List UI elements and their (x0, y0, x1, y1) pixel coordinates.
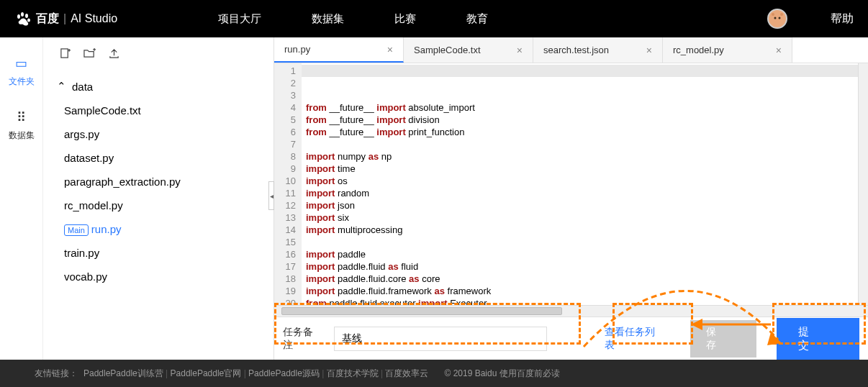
upload-icon[interactable] (109, 48, 119, 61)
submit-button[interactable]: 提 交 (777, 318, 859, 360)
help-link[interactable]: 帮助 (831, 12, 854, 27)
user-avatar[interactable] (767, 9, 787, 29)
vertical-scrollbar[interactable] (858, 63, 868, 305)
code-body[interactable]: from __future__ import absolute_import f… (302, 63, 858, 305)
close-icon[interactable]: × (776, 45, 782, 56)
footer-copyright: © 2019 Baidu 使用百度前必读 (444, 368, 559, 380)
logo[interactable]: 百度 | AI Studio (14, 10, 117, 27)
close-icon[interactable]: × (387, 44, 393, 55)
footer-prefix: 友情链接： (35, 368, 78, 380)
scrollbar-thumb[interactable] (281, 307, 562, 315)
brand-text-2: AI Studio (71, 12, 117, 25)
close-icon[interactable]: × (646, 45, 652, 56)
svg-point-7 (772, 13, 774, 16)
tab-run.py[interactable]: run.py× (274, 37, 404, 63)
grid-icon: ⠿ (0, 109, 42, 125)
svg-point-0 (17, 14, 20, 19)
horizontal-scrollbar[interactable] (274, 305, 868, 317)
footer-link[interactable]: 百度技术学院 (327, 368, 379, 378)
svg-rect-9 (61, 49, 68, 58)
svg-point-8 (780, 13, 783, 16)
file-actions (54, 48, 263, 61)
rail-datasets[interactable]: ⠿ 数据集 (0, 109, 42, 142)
footer: 友情链接： PaddlePaddle训练营 | PaddlePaddle官网 |… (0, 360, 868, 387)
footer-link[interactable]: 百度效率云 (385, 368, 428, 378)
nav-datasets[interactable]: 数据集 (312, 12, 344, 26)
nav-competition[interactable]: 比赛 (394, 12, 416, 26)
brand-text-1: 百度 (36, 12, 59, 27)
top-header: 百度 | AI Studio 项目大厅 数据集 比赛 教育 帮助 (0, 0, 868, 37)
code-editor[interactable]: 1 2 3 4 5 6 7 8 9 10 11 12 13 14 15 16 1… (274, 63, 868, 305)
svg-point-1 (21, 12, 24, 17)
file-tree: ⌃ data SampleCode.txtargs.pydataset.pypa… (54, 74, 263, 288)
footer-link[interactable]: PaddlePaddle源码 (248, 368, 320, 378)
editor-tabs: run.py×SampleCode.txt×search.test.json×r… (274, 37, 868, 63)
avatar-icon (770, 12, 785, 26)
bottom-bar: 任务备注 查看任务列表 保 存 提 交 (274, 317, 868, 360)
svg-point-5 (774, 17, 777, 19)
file-item[interactable]: SampleCode.txt (54, 99, 263, 122)
file-item[interactable]: train.py (54, 241, 263, 265)
new-folder-icon[interactable] (83, 48, 96, 61)
close-icon[interactable]: × (517, 45, 523, 56)
footer-link[interactable]: PaddlePaddle训练营 (83, 368, 163, 378)
footer-link[interactable]: PaddlePaddle官网 (171, 368, 242, 378)
file-item[interactable]: rc_model.py (54, 194, 263, 217)
line-gutter: 1 2 3 4 5 6 7 8 9 10 11 12 13 14 15 16 1… (274, 63, 302, 305)
file-panel: ⌃ data SampleCode.txtargs.pydataset.pypa… (43, 37, 273, 360)
new-file-icon[interactable] (60, 48, 71, 61)
folder-data[interactable]: ⌃ data (54, 74, 263, 99)
chevron-down-icon: ⌃ (57, 80, 66, 93)
top-nav: 项目大厅 数据集 比赛 教育 (218, 12, 488, 26)
tab-search.test.json[interactable]: search.test.json× (533, 37, 663, 63)
file-run-py[interactable]: Mainrun.py (54, 217, 263, 241)
main-area: ▭ 文件夹 ⠿ 数据集 ⌃ data SampleCode.txtargs.py (0, 37, 868, 360)
main-tag: Main (64, 224, 89, 236)
file-item[interactable]: dataset.py (54, 146, 263, 170)
file-item[interactable]: args.py (54, 122, 263, 146)
folder-icon: ▭ (0, 55, 42, 71)
left-rail: ▭ 文件夹 ⠿ 数据集 (0, 37, 43, 360)
view-task-list-link[interactable]: 查看任务列表 (605, 326, 662, 352)
nav-education[interactable]: 教育 (466, 12, 488, 26)
tab-rc_model.py[interactable]: rc_model.py× (663, 37, 792, 63)
tab-SampleCode.txt[interactable]: SampleCode.txt× (404, 37, 533, 63)
file-item[interactable]: vocab.py (54, 265, 263, 288)
task-label: 任务备注 (283, 326, 321, 352)
svg-point-2 (25, 14, 28, 18)
file-item[interactable]: paragraph_extraction.py (54, 170, 263, 194)
svg-point-3 (27, 19, 30, 22)
task-note-input[interactable] (334, 327, 546, 351)
current-line-highlight (302, 65, 858, 77)
editor-area: ◂ run.py×SampleCode.txt×search.test.json… (273, 37, 868, 360)
nav-lobby[interactable]: 项目大厅 (218, 12, 261, 26)
svg-point-6 (779, 17, 781, 19)
save-button[interactable]: 保 存 (690, 320, 756, 358)
rail-files[interactable]: ▭ 文件夹 (0, 55, 42, 88)
collapse-handle[interactable]: ◂ (268, 181, 274, 210)
baidu-paw-icon (14, 10, 32, 27)
